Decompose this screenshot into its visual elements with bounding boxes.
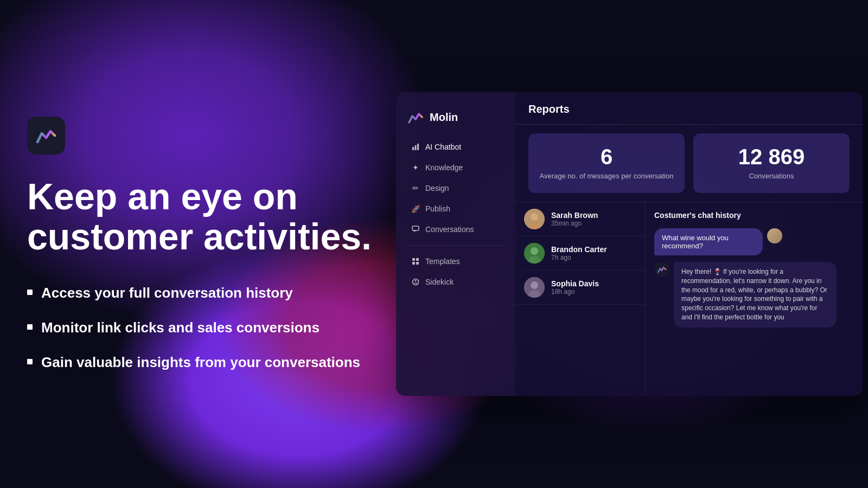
bot-message-1: Hey there! 🍷 If you're looking for a rec… — [654, 262, 854, 328]
sidebar-label-templates: Templates — [425, 257, 460, 266]
sidebar-divider — [407, 245, 505, 246]
sidebar-item-publish[interactable]: 🚀 Publish — [400, 199, 511, 219]
avatar-sophia — [524, 277, 545, 298]
stat-label-conversations: Conversations — [749, 172, 794, 181]
conv-time-sophia: 18h ago — [551, 288, 636, 296]
feature-text-1: Access your full conversation history — [41, 284, 293, 303]
features-list: Access your full conversation history Mo… — [27, 284, 374, 371]
sidebar: Molin AI Chatbot ✦ Knowledge ✏ Design — [396, 92, 515, 396]
bullet-icon — [27, 290, 33, 295]
conversations-list: Sarah Brown 35min ago — [515, 202, 646, 396]
user-avatar-small — [767, 228, 782, 243]
svg-point-11 — [531, 213, 538, 221]
svg-rect-0 — [412, 147, 414, 150]
publish-icon: 🚀 — [411, 204, 420, 213]
stats-row: 6 Average no. of messages per conversati… — [515, 125, 863, 202]
reports-header: Reports — [515, 92, 863, 125]
svg-rect-3 — [412, 226, 419, 230]
sidekick-icon — [411, 278, 420, 286]
sidebar-label-aichatbot: AI Chatbot — [425, 143, 461, 151]
svg-point-14 — [531, 247, 538, 255]
user-bubble-1: What wine would you recommend? — [654, 228, 763, 255]
stat-label-messages: Average no. of messages per conversation — [540, 172, 674, 181]
sidebar-label-sidekick: Sidekick — [425, 278, 454, 286]
stat-card-conversations: 12 869 Conversations — [693, 133, 850, 193]
avatar-brandon — [524, 243, 545, 264]
ui-mockup: Molin AI Chatbot ✦ Knowledge ✏ Design — [396, 92, 863, 396]
svg-rect-5 — [416, 258, 419, 261]
conv-time-brandon: 7h ago — [551, 254, 636, 261]
design-icon: ✏ — [411, 184, 420, 192]
main-layout: Keep an eye on customer activities. Acce… — [0, 0, 868, 488]
sidebar-item-sidekick[interactable]: Sidekick — [400, 272, 511, 292]
conv-time-sarah: 35min ago — [551, 220, 636, 227]
sidebar-brand-label: Molin — [430, 111, 458, 124]
main-headline: Keep an eye on customer activities. — [27, 176, 374, 258]
chat-history-panel: Costumer's chat history What wine would … — [646, 202, 863, 396]
sidebar-label-conversations: Conversations — [425, 225, 474, 234]
left-section: Keep an eye on customer activities. Acce… — [27, 117, 396, 372]
bot-logo-icon — [657, 265, 667, 274]
conv-name-sarah: Sarah Brown — [551, 211, 636, 220]
avatar-sarah-image — [524, 209, 545, 229]
templates-icon — [411, 257, 420, 266]
bullet-icon-3 — [27, 359, 33, 364]
barchart-icon — [411, 143, 420, 151]
chat-messages: What wine would you recommend? — [654, 228, 854, 328]
stat-card-messages: 6 Average no. of messages per conversati… — [528, 133, 685, 193]
sidebar-label-knowledge: Knowledge — [425, 163, 463, 172]
sidebar-item-templates[interactable]: Templates — [400, 252, 511, 271]
conv-name-sophia: Sophia Davis — [551, 279, 636, 288]
main-panel: Reports 6 Average no. of messages per co… — [515, 92, 863, 396]
feature-text-3: Gain valuable insights from your convers… — [41, 354, 360, 372]
user-message-1: What wine would you recommend? — [654, 228, 854, 255]
svg-rect-2 — [417, 144, 419, 150]
sidebar-header: Molin — [396, 103, 515, 137]
svg-rect-6 — [412, 262, 415, 265]
avatar-brandon-image — [524, 243, 545, 264]
reports-title: Reports — [528, 103, 570, 115]
sidebar-logo-icon — [407, 108, 424, 126]
logo-container — [27, 117, 374, 155]
stat-number-messages: 6 — [601, 146, 612, 168]
logo-box — [27, 117, 65, 155]
chat-history-title: Costumer's chat history — [654, 211, 854, 220]
conv-name-brandon: Brandon Carter — [551, 245, 636, 254]
sidebar-item-conversations[interactable]: Conversations — [400, 220, 511, 239]
feature-item-2: Monitor link clicks and sales conversion… — [27, 319, 374, 337]
conversation-item-brandon[interactable]: Brandon Carter 7h ago — [515, 236, 645, 271]
svg-rect-7 — [416, 262, 419, 265]
bullet-icon-2 — [27, 324, 33, 330]
svg-point-8 — [413, 279, 419, 285]
feature-text-2: Monitor link clicks and sales conversion… — [41, 319, 320, 337]
conversations-icon — [411, 225, 420, 234]
conversation-item-sarah[interactable]: Sarah Brown 35min ago — [515, 202, 645, 236]
conv-info-sarah: Sarah Brown 35min ago — [551, 211, 636, 227]
conv-info-sophia: Sophia Davis 18h ago — [551, 279, 636, 296]
bot-bubble-1: Hey there! 🍷 If you're looking for a rec… — [674, 262, 837, 328]
sidebar-item-aichatbot[interactable]: AI Chatbot — [400, 137, 511, 157]
feature-item-3: Gain valuable insights from your convers… — [27, 354, 374, 372]
bottom-section: Sarah Brown 35min ago — [515, 202, 863, 396]
knowledge-icon: ✦ — [411, 163, 420, 172]
svg-rect-1 — [415, 145, 417, 150]
conv-info-brandon: Brandon Carter 7h ago — [551, 245, 636, 261]
right-section: Molin AI Chatbot ✦ Knowledge ✏ Design — [396, 92, 863, 396]
conversation-item-sophia[interactable]: Sophia Davis 18h ago — [515, 271, 645, 305]
avatar-sophia-image — [524, 277, 545, 298]
stat-number-conversations: 12 869 — [738, 146, 805, 168]
bot-avatar — [654, 262, 669, 277]
svg-rect-4 — [412, 258, 415, 261]
feature-item-1: Access your full conversation history — [27, 284, 374, 303]
sidebar-item-design[interactable]: ✏ Design — [400, 178, 511, 198]
svg-point-17 — [531, 281, 538, 289]
avatar-sarah — [524, 209, 545, 229]
svg-point-9 — [415, 280, 417, 282]
sidebar-label-design: Design — [425, 184, 449, 192]
sidebar-item-knowledge[interactable]: ✦ Knowledge — [400, 158, 511, 177]
app-logo — [34, 124, 58, 147]
sidebar-label-publish: Publish — [425, 204, 450, 213]
